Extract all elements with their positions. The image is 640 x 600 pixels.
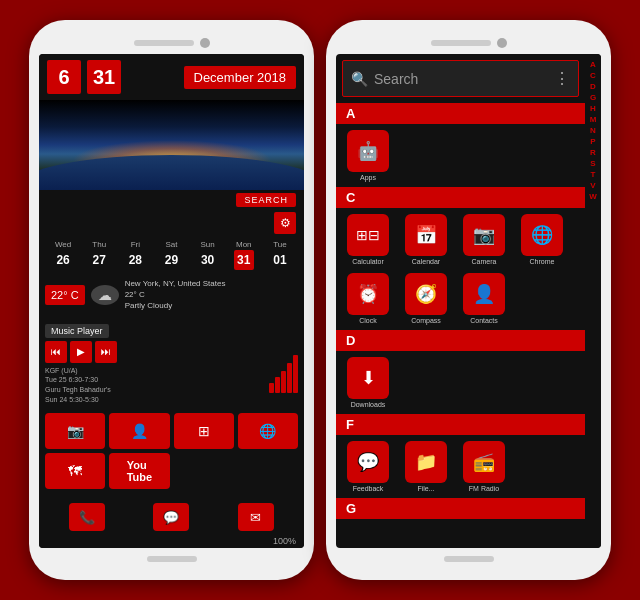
weather-row: 22° C ☁ New York, NY, United States 22° … xyxy=(39,274,304,316)
app-contacts-icon[interactable]: 👤 xyxy=(109,413,169,449)
phone-app-icon[interactable]: 📞 xyxy=(69,503,105,531)
music-controls-row: ⏮ ▶ ⏭ KGF (U/A) Tue 25 6:30-7:30 Guru Te… xyxy=(45,341,298,405)
app-maps-icon[interactable]: 🗺 xyxy=(45,453,105,489)
alpha-g[interactable]: G xyxy=(590,93,596,102)
more-options-icon[interactable]: ⋮ xyxy=(554,69,570,88)
downloads-icon[interactable]: ⬇ xyxy=(347,357,389,399)
contacts-icon[interactable]: 👤 xyxy=(463,273,505,315)
music-section: Music Player ⏮ ▶ ⏭ KGF (U/A) Tue 25 6:30… xyxy=(39,316,304,409)
app-files[interactable]: 📁 File... xyxy=(400,441,452,492)
earth-image xyxy=(39,100,304,190)
email-app-icon[interactable]: ✉ xyxy=(238,503,274,531)
day-num-fri: 28 xyxy=(125,250,145,270)
files-icon[interactable]: 📁 xyxy=(405,441,447,483)
app-calculator[interactable]: ⊞⊟ Calculator xyxy=(342,214,394,265)
prev-button[interactable]: ⏮ xyxy=(45,341,67,363)
day-num-tue: 01 xyxy=(270,250,290,270)
alpha-n[interactable]: N xyxy=(590,126,596,135)
phone-top-right xyxy=(336,38,601,48)
search-icon: 🔍 xyxy=(351,71,368,87)
section-c-apps-row1: ⊞⊟ Calculator 📅 Calendar 📷 Camera 🌐 xyxy=(336,210,585,269)
music-detail3: Sun 24 5:30-5:30 xyxy=(45,395,265,405)
speaker-right xyxy=(431,40,491,46)
app-list: 🔍 Search ⋮ A 🤖 Apps C xyxy=(336,54,585,548)
vol-bar-1 xyxy=(269,383,274,393)
compass-label: Compass xyxy=(411,317,441,324)
alpha-w[interactable]: W xyxy=(589,192,597,201)
next-button[interactable]: ⏭ xyxy=(95,341,117,363)
day-sat: Sat 29 xyxy=(161,240,181,270)
settings-icon-row: ⚙ xyxy=(39,210,304,236)
music-controls: ⏮ ▶ ⏭ xyxy=(45,341,265,363)
app-clock[interactable]: ⏰ Clock xyxy=(342,273,394,324)
alpha-p[interactable]: P xyxy=(590,137,595,146)
alpha-m[interactable]: M xyxy=(590,115,597,124)
alpha-r[interactable]: R xyxy=(590,148,596,157)
search-input-text[interactable]: Search xyxy=(374,71,548,87)
battery-percentage: 100% xyxy=(273,536,296,546)
settings-gear-icon[interactable]: ⚙ xyxy=(274,212,296,234)
speaker-left xyxy=(134,40,194,46)
app-calendar[interactable]: 📅 Calendar xyxy=(400,214,452,265)
chrome-label: Chrome xyxy=(530,258,555,265)
day-sun: Sun 30 xyxy=(198,240,218,270)
app-fm-radio[interactable]: 📻 FM Radio xyxy=(458,441,510,492)
day-tue: Tue 01 xyxy=(270,240,290,270)
app-contacts[interactable]: 👤 Contacts xyxy=(458,273,510,324)
calculator-icon[interactable]: ⊞⊟ xyxy=(347,214,389,256)
alpha-h[interactable]: H xyxy=(590,104,596,113)
chrome-icon[interactable]: 🌐 xyxy=(521,214,563,256)
app-downloads[interactable]: ⬇ Downloads xyxy=(342,357,394,408)
calendar-icon[interactable]: 📅 xyxy=(405,214,447,256)
app-compass[interactable]: 🧭 Compass xyxy=(400,273,452,324)
music-track: KGF (U/A) xyxy=(45,366,265,376)
month-year: December 2018 xyxy=(184,66,297,89)
app-apps[interactable]: 🤖 Apps xyxy=(342,130,394,181)
music-detail2: Guru Tegh Bahadur's xyxy=(45,385,265,395)
fm-radio-icon[interactable]: 📻 xyxy=(463,441,505,483)
app-feedback[interactable]: 💬 Feedback xyxy=(342,441,394,492)
day-wed: Wed 26 xyxy=(53,240,73,270)
alpha-d[interactable]: D xyxy=(590,82,596,91)
apps-grid-section: 📷 👤 ⊞ 🌐 🗺 YouTube xyxy=(39,409,304,500)
play-button[interactable]: ▶ xyxy=(70,341,92,363)
app-camera[interactable]: 📷 Camera xyxy=(458,214,510,265)
section-header-g: G xyxy=(336,498,585,519)
alpha-s[interactable]: S xyxy=(590,159,595,168)
vol-bar-5 xyxy=(293,355,298,393)
music-left: ⏮ ▶ ⏭ KGF (U/A) Tue 25 6:30-7:30 Guru Te… xyxy=(45,341,265,405)
app-browser-icon[interactable]: 🌐 xyxy=(238,413,298,449)
alpha-c[interactable]: C xyxy=(590,71,596,80)
section-f-apps: 💬 Feedback 📁 File... 📻 FM Radio xyxy=(336,437,585,496)
clock-icon[interactable]: ⏰ xyxy=(347,273,389,315)
date-month-day: 31 xyxy=(87,60,121,94)
app-chrome[interactable]: 🌐 Chrome xyxy=(516,214,568,265)
compass-icon[interactable]: 🧭 xyxy=(405,273,447,315)
day-name-wed: Wed xyxy=(55,240,71,249)
alpha-t[interactable]: T xyxy=(591,170,596,179)
search-bar[interactable]: 🔍 Search ⋮ xyxy=(342,60,579,97)
section-a-apps: 🤖 Apps xyxy=(336,126,585,185)
app-youtube-icon[interactable]: YouTube xyxy=(109,453,169,489)
day-name-fri: Fri xyxy=(131,240,140,249)
contacts-label: Contacts xyxy=(470,317,498,324)
day-mon: Mon 31 xyxy=(234,240,254,270)
day-name-sun: Sun xyxy=(201,240,215,249)
music-player-label: Music Player xyxy=(45,324,109,338)
left-screen: 6 31 December 2018 SEARCH ⚙ xyxy=(39,54,304,548)
day-name-sat: Sat xyxy=(165,240,177,249)
camera-label: Camera xyxy=(472,258,497,265)
section-header-a: A xyxy=(336,103,585,124)
alpha-a[interactable]: A xyxy=(590,60,596,69)
alpha-v[interactable]: V xyxy=(590,181,595,190)
messages-app-icon[interactable]: 💬 xyxy=(153,503,189,531)
search-button-left[interactable]: SEARCH xyxy=(236,193,296,207)
section-header-f: F xyxy=(336,414,585,435)
app-apps-icon[interactable]: ⊞ xyxy=(174,413,234,449)
app-camera-icon[interactable]: 📷 xyxy=(45,413,105,449)
feedback-icon[interactable]: 💬 xyxy=(347,441,389,483)
day-name-thu: Thu xyxy=(92,240,106,249)
camera-icon[interactable]: 📷 xyxy=(463,214,505,256)
feedback-label: Feedback xyxy=(353,485,384,492)
apps-icon[interactable]: 🤖 xyxy=(347,130,389,172)
